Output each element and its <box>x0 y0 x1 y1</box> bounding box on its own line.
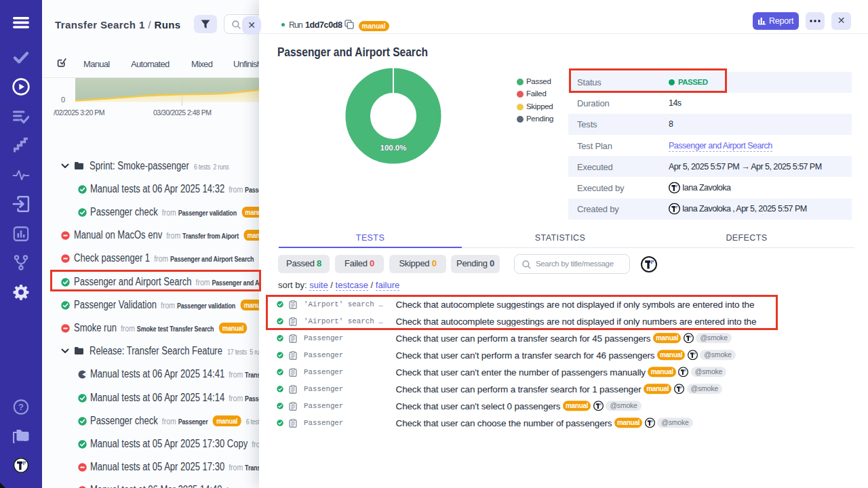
svg-text:100.0%: 100.0% <box>380 144 406 152</box>
svg-text:?: ? <box>18 402 24 412</box>
